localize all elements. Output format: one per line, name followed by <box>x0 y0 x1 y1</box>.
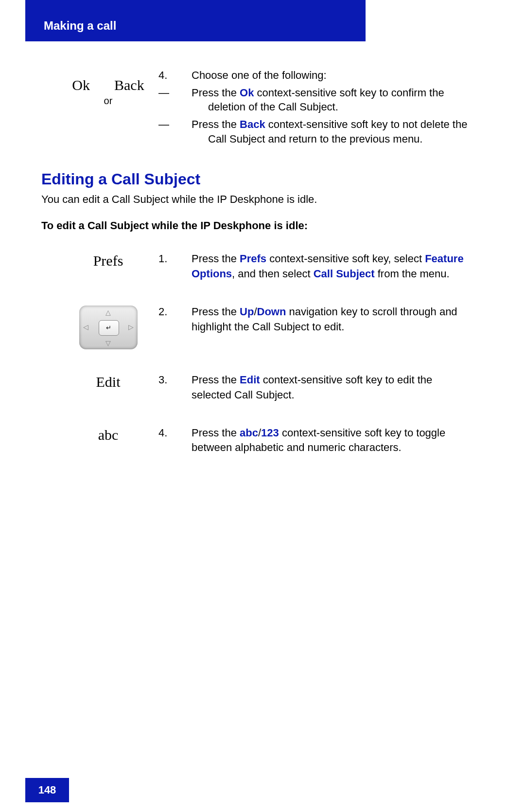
step-3: Edit3.Press the Edit context-sensitive s… <box>41 373 474 402</box>
step4-lead: Choose one of the following: <box>192 69 327 81</box>
step4-options: Press the Ok context-sensitive soft key … <box>175 86 474 146</box>
section-intro: You can edit a Call Subject while the IP… <box>41 193 474 206</box>
step-3-key: Edit <box>41 373 175 402</box>
chapter-title: Making a call <box>44 19 116 33</box>
header-banner: Making a call <box>25 0 366 41</box>
procedure-steps: Prefs1.Press the Prefs context-sensitive… <box>41 252 474 455</box>
step-3-text: 3.Press the Edit context-sensitive soft … <box>175 373 474 402</box>
page-number-badge: 148 <box>25 778 69 802</box>
section-subhead: To edit a Call Subject while the IP Desk… <box>41 219 474 232</box>
step-2-text: 2.Press the Up/Down navigation key to sc… <box>175 305 474 349</box>
step-number: 2. <box>175 305 192 319</box>
step-number: 1. <box>175 252 192 266</box>
section-heading: Editing a Call Subject <box>41 170 474 188</box>
step4-text: 4.Choose one of the following: Press the… <box>175 68 474 146</box>
softkey-label: abc <box>98 427 119 443</box>
softkeys-ok-back: Ok Back or <box>41 68 175 107</box>
softkey-or: or <box>104 95 113 107</box>
page-number: 148 <box>38 784 56 796</box>
step-4: abc4.Press the abc/123 context-sensitive… <box>41 426 474 455</box>
page-content: Ok Back or 4.Choose one of the following… <box>41 68 474 479</box>
step-4-key: abc <box>41 426 175 455</box>
step4-option: Press the Ok context-sensitive soft key … <box>192 86 474 114</box>
step4-choose: Ok Back or 4.Choose one of the following… <box>41 68 474 146</box>
step-1-key: Prefs <box>41 252 175 281</box>
step-1-text: 1.Press the Prefs context-sensitive soft… <box>175 252 474 281</box>
step4-option: Press the Back context-sensitive soft ke… <box>192 117 474 146</box>
step4-number: 4. <box>175 68 192 83</box>
step-2: △▽◁▷↵2.Press the Up/Down navigation key … <box>41 305 474 349</box>
softkey-ok-label: Ok <box>72 77 90 93</box>
nav-key-icon: △▽◁▷↵ <box>79 306 138 349</box>
softkey-back-label: Back <box>114 77 144 93</box>
step-4-text: 4.Press the abc/123 context-sensitive so… <box>175 426 474 455</box>
step-number: 3. <box>175 373 192 387</box>
step-1: Prefs1.Press the Prefs context-sensitive… <box>41 252 474 281</box>
step-2-key: △▽◁▷↵ <box>41 305 175 349</box>
softkey-label: Edit <box>96 374 121 390</box>
softkey-label: Prefs <box>93 253 123 269</box>
step-number: 4. <box>175 426 192 440</box>
